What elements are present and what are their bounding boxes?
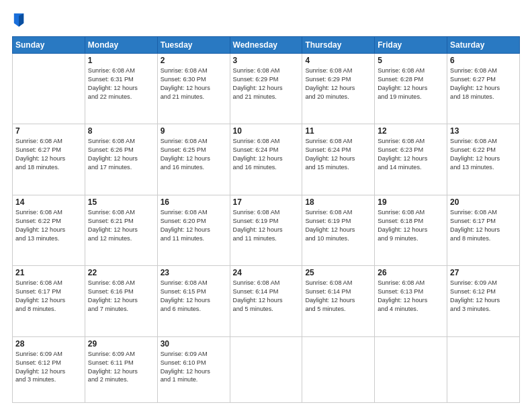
day-number: 5 [378, 56, 444, 65]
day-header-monday: Monday [85, 37, 157, 54]
day-number: 28 [15, 339, 82, 349]
day-header-friday: Friday [375, 37, 447, 54]
cell-info: Sunrise: 6:08 AMSunset: 6:17 PMDaylight:… [15, 279, 82, 314]
day-header-thursday: Thursday [302, 37, 375, 54]
calendar-cell: 18Sunrise: 6:08 AMSunset: 6:19 PMDayligh… [302, 195, 375, 265]
cell-info: Sunrise: 6:08 AMSunset: 6:25 PMDaylight:… [161, 137, 227, 172]
cell-info: Sunrise: 6:08 AMSunset: 6:28 PMDaylight:… [378, 66, 444, 101]
calendar-cell: 25Sunrise: 6:08 AMSunset: 6:14 PMDayligh… [302, 266, 375, 336]
calendar-week-3: 14Sunrise: 6:08 AMSunset: 6:22 PMDayligh… [13, 195, 520, 265]
calendar-week-2: 7Sunrise: 6:08 AMSunset: 6:27 PMDaylight… [13, 124, 520, 195]
cell-info: Sunrise: 6:08 AMSunset: 6:19 PMDaylight:… [233, 208, 300, 243]
calendar-cell [447, 336, 520, 402]
day-number: 15 [88, 197, 154, 207]
cell-info: Sunrise: 6:08 AMSunset: 6:19 PMDaylight:… [305, 208, 371, 243]
cell-info: Sunrise: 6:08 AMSunset: 6:31 PMDaylight:… [88, 66, 154, 101]
cell-info: Sunrise: 6:09 AMSunset: 6:11 PMDaylight:… [88, 350, 154, 385]
calendar-cell: 15Sunrise: 6:08 AMSunset: 6:21 PMDayligh… [85, 195, 157, 265]
calendar-cell: 6Sunrise: 6:08 AMSunset: 6:27 PMDaylight… [447, 54, 520, 124]
calendar-cell: 4Sunrise: 6:08 AMSunset: 6:29 PMDaylight… [302, 54, 375, 124]
day-number: 27 [450, 268, 517, 277]
cell-info: Sunrise: 6:08 AMSunset: 6:18 PMDaylight:… [378, 208, 444, 243]
calendar-cell: 27Sunrise: 6:09 AMSunset: 6:12 PMDayligh… [447, 266, 520, 336]
calendar-cell: 8Sunrise: 6:08 AMSunset: 6:26 PMDaylight… [85, 124, 157, 195]
calendar-cell: 12Sunrise: 6:08 AMSunset: 6:23 PMDayligh… [375, 124, 447, 195]
calendar-cell: 1Sunrise: 6:08 AMSunset: 6:31 PMDaylight… [85, 54, 157, 124]
cell-info: Sunrise: 6:08 AMSunset: 6:20 PMDaylight:… [161, 208, 227, 243]
day-number: 30 [161, 339, 227, 349]
calendar-cell: 13Sunrise: 6:08 AMSunset: 6:22 PMDayligh… [447, 124, 520, 195]
calendar-week-5: 28Sunrise: 6:09 AMSunset: 6:12 PMDayligh… [13, 336, 520, 402]
cell-info: Sunrise: 6:08 AMSunset: 6:14 PMDaylight:… [305, 279, 371, 314]
calendar-cell [375, 336, 447, 402]
page-header [12, 12, 520, 30]
day-number: 20 [450, 197, 517, 207]
cell-info: Sunrise: 6:09 AMSunset: 6:10 PMDaylight:… [161, 350, 227, 385]
calendar-cell: 19Sunrise: 6:08 AMSunset: 6:18 PMDayligh… [375, 195, 447, 265]
calendar-cell: 3Sunrise: 6:08 AMSunset: 6:29 PMDaylight… [230, 54, 302, 124]
day-number: 25 [305, 268, 371, 277]
calendar-cell: 23Sunrise: 6:08 AMSunset: 6:15 PMDayligh… [157, 266, 230, 336]
calendar-cell: 14Sunrise: 6:08 AMSunset: 6:22 PMDayligh… [13, 195, 85, 265]
calendar-cell: 9Sunrise: 6:08 AMSunset: 6:25 PMDaylight… [157, 124, 230, 195]
calendar-cell [13, 54, 85, 124]
cell-info: Sunrise: 6:08 AMSunset: 6:17 PMDaylight:… [450, 208, 517, 243]
day-number: 12 [378, 126, 444, 136]
day-number: 10 [233, 126, 300, 136]
day-number: 7 [15, 126, 82, 136]
day-number: 24 [233, 268, 300, 277]
calendar-week-4: 21Sunrise: 6:08 AMSunset: 6:17 PMDayligh… [13, 266, 520, 336]
calendar-cell: 16Sunrise: 6:08 AMSunset: 6:20 PMDayligh… [157, 195, 230, 265]
day-number: 18 [305, 197, 371, 207]
calendar-cell: 20Sunrise: 6:08 AMSunset: 6:17 PMDayligh… [447, 195, 520, 265]
cell-info: Sunrise: 6:08 AMSunset: 6:22 PMDaylight:… [450, 137, 517, 172]
calendar-cell: 29Sunrise: 6:09 AMSunset: 6:11 PMDayligh… [85, 336, 157, 402]
day-header-sunday: Sunday [13, 37, 85, 54]
cell-info: Sunrise: 6:08 AMSunset: 6:29 PMDaylight:… [233, 66, 300, 101]
calendar-cell: 26Sunrise: 6:08 AMSunset: 6:13 PMDayligh… [375, 266, 447, 336]
day-number: 3 [233, 56, 300, 65]
day-number: 22 [88, 268, 154, 277]
day-number: 16 [161, 197, 227, 207]
day-header-tuesday: Tuesday [157, 37, 230, 54]
cell-info: Sunrise: 6:08 AMSunset: 6:27 PMDaylight:… [15, 137, 82, 172]
calendar-cell: 10Sunrise: 6:08 AMSunset: 6:24 PMDayligh… [230, 124, 302, 195]
day-number: 9 [161, 126, 227, 136]
calendar-cell [302, 336, 375, 402]
calendar-cell: 5Sunrise: 6:08 AMSunset: 6:28 PMDaylight… [375, 54, 447, 124]
day-header-wednesday: Wednesday [230, 37, 302, 54]
logo [12, 12, 26, 30]
day-header-saturday: Saturday [447, 37, 520, 54]
cell-info: Sunrise: 6:09 AMSunset: 6:12 PMDaylight:… [450, 279, 517, 314]
calendar-cell: 30Sunrise: 6:09 AMSunset: 6:10 PMDayligh… [157, 336, 230, 402]
cell-info: Sunrise: 6:08 AMSunset: 6:22 PMDaylight:… [15, 208, 82, 243]
calendar-cell [230, 336, 302, 402]
day-number: 13 [450, 126, 517, 136]
cell-info: Sunrise: 6:08 AMSunset: 6:23 PMDaylight:… [378, 137, 444, 172]
cell-info: Sunrise: 6:08 AMSunset: 6:26 PMDaylight:… [88, 137, 154, 172]
cell-info: Sunrise: 6:08 AMSunset: 6:14 PMDaylight:… [233, 279, 300, 314]
day-number: 17 [233, 197, 300, 207]
calendar-week-1: 1Sunrise: 6:08 AMSunset: 6:31 PMDaylight… [13, 54, 520, 124]
calendar-cell: 22Sunrise: 6:08 AMSunset: 6:16 PMDayligh… [85, 266, 157, 336]
cell-info: Sunrise: 6:09 AMSunset: 6:12 PMDaylight:… [15, 350, 82, 385]
cell-info: Sunrise: 6:08 AMSunset: 6:30 PMDaylight:… [161, 66, 227, 101]
day-number: 1 [88, 56, 154, 65]
cell-info: Sunrise: 6:08 AMSunset: 6:27 PMDaylight:… [450, 66, 517, 101]
cell-info: Sunrise: 6:08 AMSunset: 6:24 PMDaylight:… [305, 137, 371, 172]
cell-info: Sunrise: 6:08 AMSunset: 6:15 PMDaylight:… [161, 279, 227, 314]
logo-icon [13, 12, 25, 27]
day-number: 29 [88, 339, 154, 349]
day-number: 4 [305, 56, 371, 65]
day-number: 11 [305, 126, 371, 136]
calendar-cell: 24Sunrise: 6:08 AMSunset: 6:14 PMDayligh… [230, 266, 302, 336]
calendar-cell: 21Sunrise: 6:08 AMSunset: 6:17 PMDayligh… [13, 266, 85, 336]
day-number: 14 [15, 197, 82, 207]
cell-info: Sunrise: 6:08 AMSunset: 6:13 PMDaylight:… [378, 279, 444, 314]
day-number: 19 [378, 197, 444, 207]
calendar-cell: 17Sunrise: 6:08 AMSunset: 6:19 PMDayligh… [230, 195, 302, 265]
day-number: 2 [161, 56, 227, 65]
cell-info: Sunrise: 6:08 AMSunset: 6:16 PMDaylight:… [88, 279, 154, 314]
calendar-cell: 7Sunrise: 6:08 AMSunset: 6:27 PMDaylight… [13, 124, 85, 195]
day-number: 26 [378, 268, 444, 277]
